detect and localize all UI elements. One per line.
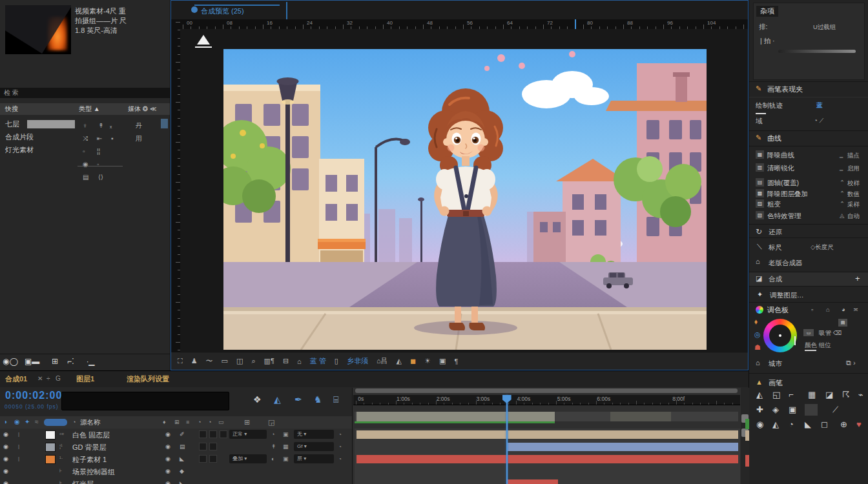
effect-name[interactable]: 圆轴(覆盖) xyxy=(767,179,799,188)
project-cell-icon[interactable]: ⇤ xyxy=(97,133,102,145)
project-cell-icon[interactable]: ▪ xyxy=(111,133,114,145)
brush-tool-icon[interactable]: ♥ xyxy=(856,419,862,429)
layer-flag-icon[interactable]: ▦ xyxy=(283,444,289,450)
header-pill[interactable] xyxy=(44,419,67,426)
source-sort-icon[interactable]: ◔ xyxy=(72,419,76,425)
header-gray-icon[interactable]: ≈ xyxy=(35,419,39,425)
time-ruler[interactable]: 0s1:00s2:00s3:00s4:00s5:00s6:00s8:00f xyxy=(353,395,740,405)
reset-row[interactable]: 还原 xyxy=(769,228,782,237)
pattern-chip[interactable]: ▤ xyxy=(838,319,847,327)
project-row[interactable]: 灯光素材▫¦¦ xyxy=(0,144,170,156)
project-scrollbar-thumb[interactable] xyxy=(161,119,168,128)
layer-row[interactable]: ◉|‹«白色 固态层◉✐正常 ▾◔▣无 ▾◔ xyxy=(0,429,352,441)
project-item-name[interactable]: 合成片段 xyxy=(5,131,34,143)
effect-name[interactable]: 清晰锐化 xyxy=(767,164,794,173)
effect-value[interactable]: 自动 xyxy=(847,212,860,221)
color-wheel[interactable] xyxy=(763,319,797,352)
source-name-column[interactable]: 源名称 xyxy=(80,418,101,427)
layer-row[interactable]: ◉|¹·粒子素材 1◉◣叠加 ▾◐▣层 ▾◔ xyxy=(0,453,352,466)
city-icons[interactable]: ⧉ › xyxy=(846,359,856,367)
layer-switch-box[interactable] xyxy=(209,443,217,450)
project-cell-icon[interactable]: 丹 xyxy=(136,120,142,132)
guides-icon[interactable]: ⊟ xyxy=(283,357,289,365)
effect-switch-icon[interactable]: ◬ xyxy=(840,212,844,219)
project-cell-icon[interactable]: ▫ xyxy=(83,146,85,157)
parent-pickwhip-icon[interactable]: ◔ xyxy=(338,432,342,438)
tab-icon[interactable]: ÷ xyxy=(46,375,50,382)
tab-icon[interactable]: ✕ xyxy=(37,375,43,382)
track-area[interactable]: 0s1:00s2:00s3:00s4:00s5:00s6:00s8:00f xyxy=(352,388,749,484)
brush-tool-icon[interactable]: ◱ xyxy=(772,390,780,399)
track-lane[interactable] xyxy=(355,465,740,478)
layer-av-icon[interactable]: ◉ xyxy=(165,444,170,450)
grid2-icon[interactable]: ▣ xyxy=(439,357,446,365)
home-icon[interactable]: ⌂ xyxy=(826,306,830,313)
city-row[interactable]: 城市 xyxy=(769,359,782,368)
toggle-view-icon[interactable]: ◉◯ xyxy=(3,357,18,366)
person-icon[interactable]: ☗ xyxy=(754,343,761,352)
layer-duration-bar[interactable] xyxy=(506,443,738,451)
layer-duration-bar[interactable] xyxy=(506,479,559,484)
timeline-search-field[interactable] xyxy=(61,392,229,410)
stroke-path-value[interactable]: 蓝 xyxy=(816,101,823,110)
col-type[interactable]: 类型 ▲ xyxy=(79,103,100,115)
draft-toggle[interactable]: ◭ xyxy=(274,394,281,405)
project-item-name[interactable]: 灯光素材 xyxy=(5,144,34,156)
layer-name[interactable]: 灯光层 xyxy=(72,479,94,484)
layer-flag-icon[interactable]: ◐ xyxy=(271,456,274,462)
add-comp-button[interactable]: + xyxy=(855,274,860,283)
brush-swatch-box[interactable] xyxy=(805,404,818,416)
pilcrow-icon[interactable]: ¶ xyxy=(454,358,458,365)
layer-lock-icon[interactable]: | xyxy=(18,456,19,461)
parent-pickwhip-icon[interactable]: ◔ xyxy=(338,445,342,450)
layer-visibility-eye[interactable]: ◉ xyxy=(3,469,8,474)
column-icon[interactable]: ♦ xyxy=(163,419,166,425)
layer-av-icon[interactable]: ◉ xyxy=(165,481,170,484)
brush-section-title[interactable]: 画笔表现夹 xyxy=(767,85,803,94)
current-timecode[interactable]: 0:00:02:00 xyxy=(5,390,62,401)
blend-mode-select[interactable]: 正常 ▾ xyxy=(229,430,267,439)
layer-flag-icon[interactable]: ◔ xyxy=(271,432,274,438)
brush-tool-icon[interactable]: ◈ xyxy=(772,405,779,414)
layer-row[interactable]: ◉|¦¹GD 背景层◉▤↟▦Gf ▾◔ xyxy=(0,441,352,454)
roto-icon[interactable]: 〜 xyxy=(206,356,213,366)
effect-switch-icon[interactable]: ‗ xyxy=(840,164,843,171)
effect-switch-icon[interactable]: ‗ xyxy=(840,151,843,158)
stroke-path-label[interactable]: 绘制轨迹 xyxy=(756,101,783,110)
region-icon[interactable]: ▭ xyxy=(222,357,228,365)
composition-canvas[interactable] xyxy=(223,49,707,350)
layer-duration-bar[interactable] xyxy=(356,430,738,439)
effect-name[interactable]: 粗变 xyxy=(767,200,781,209)
parent-column-icon[interactable]: ◲ xyxy=(268,419,274,426)
brush-tool-icon[interactable]: ⌁ xyxy=(858,390,863,399)
colorpick-icon[interactable]: ◼ xyxy=(410,357,416,365)
project-filter-field[interactable]: 检 索 xyxy=(0,88,170,98)
layer-visibility-eye[interactable]: ◉ xyxy=(3,444,8,450)
project-cell-icon[interactable]: ↟ xyxy=(98,120,103,132)
swatch-chip[interactable]: ▭ xyxy=(803,329,814,336)
track-matte-select[interactable]: 层 ▾ xyxy=(294,454,334,463)
column-icon[interactable]: ≡ xyxy=(186,419,189,425)
brush-tool-icon[interactable]: ◉ xyxy=(756,419,763,429)
brush-tool-icon[interactable]: ☈ xyxy=(842,390,850,399)
project-list-header[interactable]: 快搜 类型 ▲ 媒体 ❂ ≪ xyxy=(0,103,170,115)
effect-switch-icon[interactable]: ⌃ xyxy=(840,179,845,186)
curves-section-title[interactable]: 曲线 xyxy=(767,134,781,143)
effect-switch-icon[interactable]: ⌃ xyxy=(840,200,845,207)
layer-row[interactable]: ◉⊧灯光层◉◣ xyxy=(0,478,352,484)
parent-pickwhip-icon[interactable]: ◔ xyxy=(338,457,342,462)
project-cell-icon[interactable]: ₓ xyxy=(110,120,112,132)
layer-flag-icon[interactable]: ▣ xyxy=(283,432,289,438)
project-row[interactable]: 七层♀↟ₓ丹 xyxy=(0,118,170,130)
quality-toggle[interactable]: ❖ xyxy=(253,394,262,405)
new-folder-icon[interactable]: ▣▬ xyxy=(25,357,39,366)
effect-value[interactable]: 校样 xyxy=(847,179,860,188)
layer-visibility-eye[interactable]: ◉ xyxy=(3,456,8,462)
brush-tool-icon[interactable]: ◭ xyxy=(772,419,779,429)
col-size[interactable]: 媒体 ❂ ≪ xyxy=(128,103,156,115)
column-icon[interactable]: ◔ xyxy=(198,419,201,425)
project-cell-icon[interactable]: 用 xyxy=(136,133,142,145)
project-cell-icon[interactable]: ⤨ xyxy=(83,133,88,145)
layer-visibility-eye[interactable]: ◉ xyxy=(3,432,8,438)
layer-switch-box[interactable] xyxy=(199,455,207,463)
